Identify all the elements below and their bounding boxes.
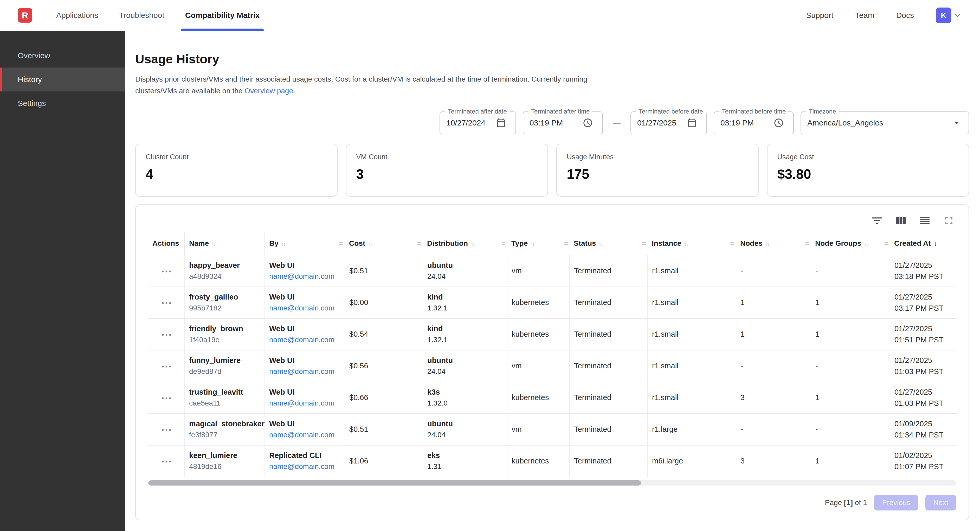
cell-cost: $0.66 <box>345 382 423 414</box>
scrollbar-thumb[interactable] <box>148 480 641 485</box>
nav-troubleshoot[interactable]: Troubleshoot <box>109 0 175 31</box>
column-header-type[interactable]: Type↑↓= <box>507 232 570 255</box>
created-by: Web UI <box>269 293 340 301</box>
column-resize-handle[interactable]: = <box>805 239 810 247</box>
by-email-link[interactable]: name@domain.com <box>269 431 340 439</box>
density-icon[interactable] <box>919 214 931 227</box>
cell-node-groups: - <box>811 350 890 382</box>
horizontal-scrollbar[interactable] <box>148 480 956 485</box>
terminated-before-date-field[interactable]: Terminated before date 01/27/2025 <box>630 111 707 134</box>
distribution-name: eks <box>427 451 503 460</box>
column-resize-handle[interactable]: = <box>730 239 735 247</box>
column-header-nodes[interactable]: Nodes↑↓= <box>736 232 811 255</box>
field-value: America/Los_Angeles <box>807 119 883 127</box>
table-row: frosty_galileo995b7182 Web UIname@domain… <box>148 287 957 319</box>
clock-icon[interactable] <box>578 117 596 128</box>
nav-applications[interactable]: Applications <box>46 0 109 31</box>
column-resize-handle[interactable]: = <box>642 239 646 247</box>
column-header-name[interactable]: Name↑↓ <box>185 232 265 255</box>
column-label: Distribution <box>427 239 468 247</box>
row-actions-button[interactable] <box>158 299 175 308</box>
created-date: 01/27/2025 <box>894 261 953 269</box>
by-email-link[interactable]: name@domain.com <box>269 304 340 312</box>
cluster-id: de9ed87d <box>189 367 260 376</box>
sidebar-item-label: Overview <box>18 51 50 60</box>
nav-label: Troubleshoot <box>119 11 164 20</box>
terminated-before-time-field[interactable]: Terminated before time 03:19 PM <box>714 111 794 134</box>
column-header-created-at[interactable]: Created At↓ <box>890 232 957 255</box>
column-resize-handle[interactable]: = <box>564 239 568 247</box>
next-page-button[interactable]: Next <box>925 495 956 510</box>
by-email-link[interactable]: name@domain.com <box>269 463 340 471</box>
distribution-name: ubuntu <box>427 261 503 269</box>
sort-desc-icon: ↓ <box>934 239 937 247</box>
columns-icon[interactable] <box>895 214 907 227</box>
calendar-icon[interactable] <box>681 117 700 128</box>
stat-card-vm-count: VM Count 3 <box>346 144 548 197</box>
row-actions-button[interactable] <box>158 267 175 276</box>
column-header-by[interactable]: By↑↓= <box>265 232 345 255</box>
user-menu-button[interactable]: K <box>936 8 963 23</box>
column-resize-handle[interactable]: = <box>501 239 506 247</box>
overview-page-link[interactable]: Overview page <box>245 87 293 95</box>
column-header-status[interactable]: Status↑↓= <box>570 232 648 255</box>
row-actions-button[interactable] <box>158 457 175 466</box>
sidebar-item-overview[interactable]: Overview <box>0 44 125 68</box>
distribution-name: kind <box>427 293 503 301</box>
cell-distribution: eks1.31 <box>423 445 507 477</box>
ellipsis-icon <box>162 334 172 336</box>
page-suffix: of 1 <box>855 499 867 507</box>
calendar-icon[interactable] <box>490 117 509 128</box>
column-header-node-groups[interactable]: Node Groups↑↓= <box>811 232 890 255</box>
terminated-after-time-field[interactable]: Terminated after time 03:19 PM <box>523 111 603 134</box>
sidebar-item-history[interactable]: History <box>0 68 125 92</box>
nav-docs[interactable]: Docs <box>896 11 914 20</box>
distribution-name: k3s <box>427 388 503 396</box>
sort-icon: ↑↓ <box>471 241 474 247</box>
created-time: 03:17 PM PST <box>894 304 953 312</box>
cluster-id: cae5ea11 <box>189 399 260 407</box>
by-email-link[interactable]: name@domain.com <box>269 336 340 344</box>
cell-distribution: ubuntu24.04 <box>423 350 507 382</box>
column-header-actions: Actions <box>148 232 185 255</box>
by-email-link[interactable]: name@domain.com <box>269 399 340 407</box>
stat-label: Usage Cost <box>777 153 959 161</box>
nav-team[interactable]: Team <box>855 11 874 20</box>
cluster-name: friendly_brown <box>189 325 260 333</box>
field-label: Terminated after date <box>445 108 509 115</box>
nav-compatibility-matrix[interactable]: Compatibility Matrix <box>175 0 270 31</box>
filter-icon[interactable] <box>871 214 883 227</box>
row-actions-button[interactable] <box>158 362 175 371</box>
sidebar-item-settings[interactable]: Settings <box>0 92 125 115</box>
row-actions-button[interactable] <box>158 330 175 339</box>
timezone-select[interactable]: Timezone America/Los_Angeles <box>800 111 969 134</box>
terminated-after-date-field[interactable]: Terminated after date 10/27/2024 <box>439 111 516 134</box>
table-row: trusting_leavittcae5ea11 Web UIname@doma… <box>148 382 957 414</box>
by-email-link[interactable]: name@domain.com <box>269 272 340 281</box>
nav-support[interactable]: Support <box>806 11 833 20</box>
column-header-instance[interactable]: Instance↑↓= <box>648 232 736 255</box>
cell-by: Web UIname@domain.com <box>265 255 345 287</box>
row-actions-button[interactable] <box>158 426 175 434</box>
cell-created-at: 01/27/202501:03 PM PST <box>890 382 957 414</box>
cluster-name: frosty_galileo <box>189 293 260 301</box>
clock-icon[interactable] <box>768 117 787 128</box>
app-logo[interactable]: R <box>18 8 32 22</box>
column-header-cost[interactable]: Cost↑↓= <box>345 232 423 255</box>
fullscreen-icon[interactable] <box>943 214 955 227</box>
cell-status: Terminated <box>570 350 648 382</box>
by-email-link[interactable]: name@domain.com <box>269 367 340 376</box>
cell-actions <box>148 350 185 382</box>
column-resize-handle[interactable]: = <box>339 239 343 247</box>
column-label: Status <box>574 239 596 247</box>
previous-page-button[interactable]: Previous <box>874 495 918 510</box>
row-actions-button[interactable] <box>158 394 175 403</box>
sort-icon: ↑↓ <box>281 241 285 247</box>
cell-type: kubernetes <box>507 287 570 319</box>
column-resize-handle[interactable]: = <box>417 239 422 247</box>
column-resize-handle[interactable]: = <box>884 239 888 247</box>
field-value: 03:19 PM <box>721 119 754 127</box>
cell-created-at: 01/09/202501:34 PM PST <box>890 414 957 445</box>
column-header-distribution[interactable]: Distribution↑↓= <box>423 232 507 255</box>
table-row: happy_beavera48d9324 Web UIname@domain.c… <box>148 255 957 287</box>
